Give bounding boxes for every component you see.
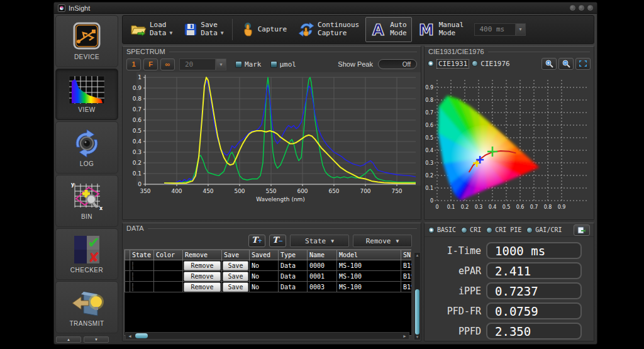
save-data-dropdown-icon[interactable]: ▼ (221, 30, 224, 36)
metrics-tab-label: BASIC (437, 226, 456, 233)
state-checkbox[interactable] (132, 272, 133, 280)
full-view-button[interactable]: F (143, 58, 158, 70)
sidebar-item-log[interactable]: LOG (55, 121, 118, 174)
row-selector[interactable] (125, 260, 130, 271)
show-peak-toggle[interactable]: Off (378, 59, 417, 69)
sidebar-item-view[interactable]: VIEW (55, 69, 118, 121)
manual-mode-button[interactable]: M Manual Mode (413, 17, 469, 42)
data-horizontal-scrollbar[interactable]: ◄ ► (125, 332, 409, 340)
text-smaller-button[interactable]: T− (269, 235, 286, 247)
infinity-average-button[interactable]: ∞ (160, 58, 175, 70)
row-selector[interactable] (125, 271, 130, 282)
svg-text:0.6: 0.6 (516, 204, 525, 210)
save-cell[interactable]: Save (222, 271, 250, 282)
metrics-tab-gai-cri[interactable]: GAI/CRI (526, 226, 562, 233)
metrics-tab-cri[interactable]: CRI (461, 226, 481, 233)
column-header-save[interactable]: Save (222, 250, 250, 260)
integration-time-select[interactable]: 400 ms ▼ (474, 23, 526, 36)
scroll-up-icon[interactable]: ▲ (414, 253, 420, 257)
metrics-tab-radio[interactable] (486, 227, 492, 233)
mark-checkbox-icon[interactable] (235, 61, 242, 68)
remove-cell[interactable]: Remove (183, 260, 222, 271)
sidebar-scroll-up-button[interactable]: ▲ (56, 336, 81, 343)
sidebar-item-transmit[interactable]: TRANSMIT (55, 281, 118, 333)
column-header-state[interactable]: State (130, 250, 154, 260)
state-cell[interactable] (130, 260, 154, 271)
scroll-down-icon[interactable]: ▼ (414, 335, 420, 339)
state-cell[interactable] (130, 282, 154, 292)
remove-dropdown[interactable]: Remove▼ (353, 235, 412, 247)
single-view-button[interactable]: 1 (126, 58, 141, 70)
remove-row-button[interactable]: Remove (184, 272, 221, 281)
export-report-button[interactable] (574, 224, 590, 236)
vertical-scroll-thumb[interactable] (415, 289, 419, 335)
remove-cell[interactable]: Remove (183, 271, 222, 282)
capture-button[interactable]: Capture (236, 17, 292, 42)
mark-checkbox[interactable]: Mark (235, 60, 262, 69)
remove-row-button[interactable]: Remove (184, 261, 221, 270)
metric-value: 2.350 (486, 323, 582, 340)
sidebar-item-checker[interactable]: ✔ ✘ CHECKER (55, 228, 118, 280)
column-header-model[interactable]: Model (337, 250, 401, 260)
fit-view-button[interactable] (575, 58, 591, 70)
load-data-dropdown-icon[interactable]: ▼ (170, 30, 173, 36)
remove-row-button[interactable]: Remove (184, 282, 221, 292)
auto-mode-icon: A (370, 21, 387, 38)
spectrum-panel: SPECTRUM 1 F ∞ 20 ▼ Ma (122, 46, 421, 220)
save-cell[interactable]: Save (222, 282, 250, 292)
column-header-color[interactable]: Color (154, 250, 183, 260)
svg-text:0.2: 0.2 (461, 204, 469, 210)
metrics-tab-radio[interactable] (428, 227, 435, 233)
state-checkbox[interactable] (132, 283, 133, 291)
data-vertical-scrollbar[interactable]: ▲ ▼ (414, 252, 421, 340)
text-larger-button[interactable]: T+ (248, 235, 265, 247)
cie1931-radio-label[interactable]: CIE1931 (436, 59, 469, 69)
save-row-button[interactable]: Save (223, 272, 248, 281)
cie1931-radio[interactable] (428, 60, 434, 67)
cie1976-radio[interactable] (472, 60, 478, 67)
table-row[interactable]: RemoveSaveNoData0003MS-100B19M00852023/0… (125, 282, 412, 292)
umol-checkbox[interactable]: μmol (270, 60, 297, 69)
column-header-type[interactable]: Type (279, 250, 308, 260)
cie1976-radio-label[interactable]: CIE1976 (480, 60, 509, 68)
column-header-remove[interactable]: Remove (183, 250, 222, 260)
load-data-button[interactable]: Load Data ▼ (125, 17, 177, 42)
continuous-capture-button[interactable]: Continuous Capture (293, 17, 364, 42)
save-row-button[interactable]: Save (223, 282, 248, 292)
scroll-right-icon[interactable]: ► (401, 334, 409, 338)
sidebar-item-bin[interactable]: y x BIN (55, 175, 118, 227)
svg-text:400: 400 (171, 188, 182, 194)
row-selector[interactable] (125, 282, 130, 292)
state-checkbox[interactable] (132, 262, 133, 270)
save-row-button[interactable]: Save (223, 261, 248, 270)
svg-text:650: 650 (328, 188, 339, 194)
horizontal-scroll-thumb[interactable] (135, 333, 148, 338)
sidebar-item-device[interactable]: DEVICE (55, 15, 118, 67)
save-data-button[interactable]: Save Data ▼ (179, 17, 228, 42)
save-cell[interactable]: Save (222, 260, 250, 271)
zoom-in-button[interactable] (541, 58, 557, 70)
close-button[interactable] (587, 5, 593, 11)
scroll-left-icon[interactable]: ◄ (126, 334, 134, 338)
maximize-button[interactable] (579, 5, 584, 11)
column-header-saved[interactable]: Saved (250, 250, 279, 260)
metrics-tab-cri-pie[interactable]: CRI PIE (486, 226, 521, 233)
average-count-select[interactable]: 20 ▼ (179, 58, 226, 70)
umol-checkbox-icon[interactable] (270, 61, 277, 68)
minimize-button[interactable] (570, 5, 575, 11)
state-cell[interactable] (130, 271, 154, 282)
table-row[interactable]: RemoveSaveNoData0000MS-100B19M00852023/0… (125, 260, 412, 271)
metrics-tab-radio[interactable] (461, 227, 467, 233)
average-count-dropdown-icon[interactable]: ▼ (216, 58, 226, 70)
integration-time-dropdown-icon[interactable]: ▼ (516, 23, 526, 36)
state-dropdown[interactable]: State▼ (290, 235, 349, 247)
sidebar-scroll-down-button[interactable]: ▼ (84, 336, 109, 343)
remove-cell[interactable]: Remove (183, 282, 222, 292)
metrics-tab-basic[interactable]: BASIC (428, 226, 456, 233)
table-row[interactable]: RemoveSaveNoData0001MS-100B19M00852023/0… (125, 271, 412, 282)
metrics-tab-radio[interactable] (526, 227, 533, 233)
column-header-name[interactable]: Name (308, 250, 337, 260)
auto-mode-button[interactable]: A Auto Mode (365, 17, 412, 42)
column-header-sn[interactable]: SN (401, 250, 412, 260)
zoom-out-button[interactable] (558, 58, 574, 70)
